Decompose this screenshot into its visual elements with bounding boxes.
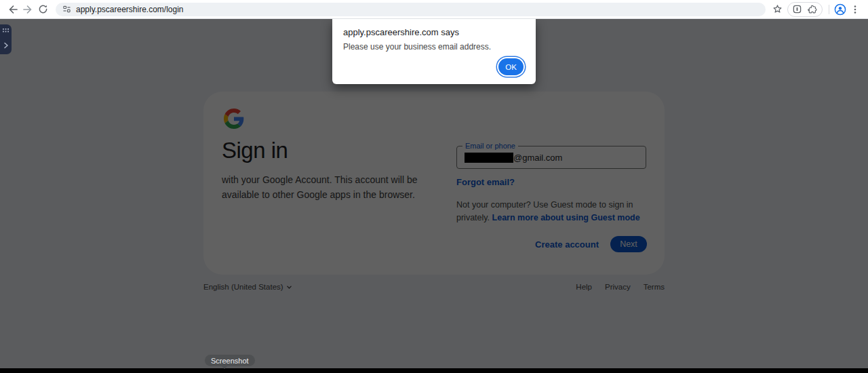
- browser-toolbar: apply.pscareershire.com/login: [0, 0, 868, 19]
- forward-arrow-icon: [22, 4, 33, 15]
- url-bar[interactable]: apply.pscareershire.com/login: [56, 3, 766, 16]
- alert-dialog-title: apply.pscareershire.com says: [343, 27, 459, 37]
- profile-avatar-icon: [834, 3, 846, 16]
- reload-button[interactable]: [35, 2, 50, 17]
- screenshot-tooltip-label: Screenshot: [211, 357, 249, 365]
- back-arrow-icon: [7, 4, 18, 15]
- forward-button[interactable]: [20, 2, 35, 17]
- alert-ok-button[interactable]: OK: [498, 58, 524, 75]
- side-panel-toggle[interactable]: [0, 24, 12, 54]
- toolbar-separator: [829, 5, 829, 14]
- bookmark-star-icon: [772, 4, 783, 14]
- alert-dialog: apply.pscareershire.com says Please use …: [332, 19, 536, 84]
- extensions-puzzle-icon[interactable]: [808, 5, 817, 14]
- expand-chevron-icon: [3, 42, 9, 49]
- alert-dialog-message: Please use your business email address.: [343, 42, 491, 52]
- extension-icon[interactable]: [793, 5, 802, 14]
- screenshot-tooltip: Screenshot: [205, 355, 255, 366]
- reload-icon: [38, 4, 48, 14]
- bottom-taskbar-edge: [0, 368, 868, 373]
- back-button[interactable]: [5, 2, 20, 17]
- kebab-menu-icon: [850, 5, 860, 14]
- bookmark-button[interactable]: [770, 2, 785, 17]
- site-info-icon: [62, 5, 71, 14]
- apps-grid-icon: [3, 28, 9, 35]
- browser-window: apply.pscareershire.com/login: [0, 0, 868, 373]
- menu-button[interactable]: [848, 2, 863, 17]
- url-text: apply.pscareershire.com/login: [76, 5, 184, 14]
- profile-button[interactable]: [833, 2, 848, 17]
- extensions-area: [787, 2, 823, 17]
